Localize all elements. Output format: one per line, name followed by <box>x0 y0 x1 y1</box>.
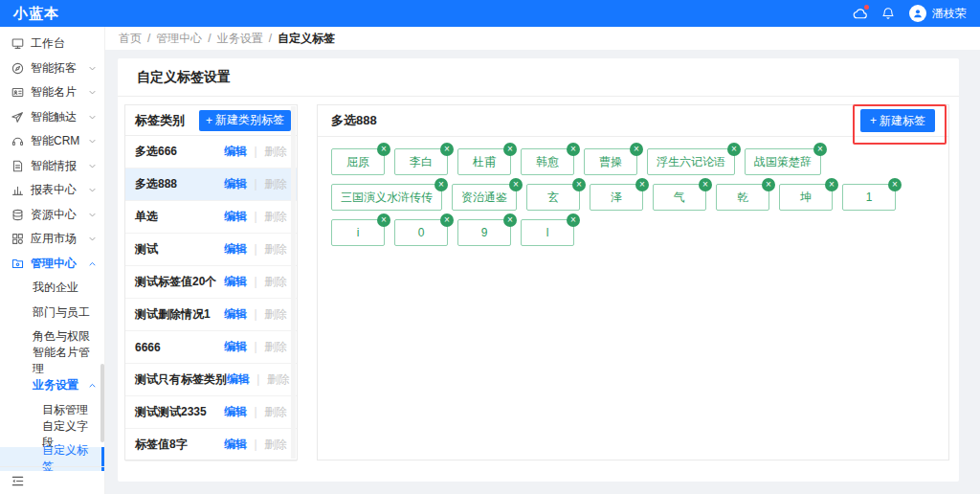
category-actions: 编辑 | 删除 <box>224 306 287 323</box>
delete-link[interactable]: 删除 <box>267 372 290 386</box>
sidebar-item-smart-crm[interactable]: 智能CRM <box>0 129 104 154</box>
edit-link[interactable]: 编辑 <box>224 210 247 223</box>
sidebar-item-smart-card-mgmt[interactable]: 智能名片管理 <box>0 349 104 374</box>
new-category-tag-button[interactable]: + 新建类别标签 <box>199 110 291 131</box>
sidebar-scrollbar[interactable] <box>100 364 104 442</box>
tag-close-icon[interactable]: × <box>377 143 390 156</box>
tag-close-icon[interactable]: × <box>503 213 517 227</box>
tag-close-icon[interactable]: × <box>888 178 902 191</box>
bar-chart-icon <box>11 184 24 196</box>
tag-close-icon[interactable]: × <box>440 143 454 156</box>
tag-chip: 泽 × <box>590 184 643 211</box>
tag-close-icon[interactable]: × <box>762 178 775 191</box>
category-panel-scrollbar[interactable] <box>291 106 296 459</box>
actions-divider: | <box>255 210 257 223</box>
category-row[interactable]: 6666 编辑 | 删除 <box>125 331 297 364</box>
delete-link[interactable]: 删除 <box>264 307 287 321</box>
category-row[interactable]: 单选 编辑 | 删除 <box>125 201 297 234</box>
category-row[interactable]: 测试 编辑 | 删除 <box>125 234 297 266</box>
tag-close-icon[interactable]: × <box>635 178 649 191</box>
tag-close-icon[interactable]: × <box>509 178 523 191</box>
breadcrumb-admin-center[interactable]: 管理中心 <box>156 31 202 47</box>
category-actions: 编辑 | 删除 <box>224 437 287 453</box>
tag-close-icon[interactable]: × <box>727 143 741 156</box>
edit-link[interactable]: 编辑 <box>224 275 247 288</box>
edit-link[interactable]: 编辑 <box>224 340 247 353</box>
edit-link[interactable]: 编辑 <box>227 372 250 386</box>
menu-fold-icon[interactable] <box>11 474 25 488</box>
bell-icon[interactable] <box>880 6 896 21</box>
sidebar-item-smart-intel[interactable]: 智能情报 <box>0 154 104 179</box>
tag-close-icon[interactable]: × <box>630 143 643 156</box>
sidebar-item-business-settings[interactable]: 业务设置 <box>0 373 104 398</box>
sidebar-item-admin-center[interactable]: 管理中心 <box>0 252 104 277</box>
category-row[interactable]: 标签值8字 编辑 | 删除 <box>125 429 297 461</box>
tag-close-icon[interactable]: × <box>825 178 838 191</box>
delete-link[interactable]: 删除 <box>264 242 287 256</box>
id-card-icon <box>11 86 24 99</box>
topbar-right: 潘枝荣 <box>852 5 967 22</box>
edit-link[interactable]: 编辑 <box>224 307 247 321</box>
sidebar-item-resource-center[interactable]: 资源中心 <box>0 203 104 228</box>
sidebar-footer <box>0 466 104 494</box>
category-name: 标签值8字 <box>135 437 188 453</box>
sidebar-item-label: 角色与权限 <box>33 328 90 345</box>
sidebar-item-workbench[interactable]: 工作台 <box>0 32 104 56</box>
delete-link[interactable]: 删除 <box>264 210 287 223</box>
category-row[interactable]: 测试删除情况1 编辑 | 删除 <box>125 299 297 331</box>
tag-label: 泽 <box>611 190 622 206</box>
tag-close-icon[interactable]: × <box>567 213 580 227</box>
delete-link[interactable]: 删除 <box>264 438 287 451</box>
edit-link[interactable]: 编辑 <box>224 177 247 191</box>
main-content: 首页 / 管理中心 / 业务设置 / 自定义标签 自定义标签设置 标签类别 + … <box>105 27 980 494</box>
category-row[interactable]: 测试标签值20个 编辑 | 删除 <box>125 266 297 299</box>
edit-link[interactable]: 编辑 <box>224 438 247 451</box>
sidebar-item-smart-card[interactable]: 智能名片 <box>0 80 104 105</box>
edit-link[interactable]: 编辑 <box>224 405 247 418</box>
sidebar-item-smart-reach[interactable]: 智能触达 <box>0 105 104 130</box>
sidebar-item-smart-prospecting[interactable]: 智能拓客 <box>0 56 104 81</box>
tag-close-icon[interactable]: × <box>440 213 454 227</box>
tag-close-icon[interactable]: × <box>813 143 827 156</box>
delete-link[interactable]: 删除 <box>264 177 287 191</box>
tag-list: 屈原 × 李白 × 杜甫 × <box>318 137 948 258</box>
tag-label: 1 <box>866 191 873 204</box>
tag-close-icon[interactable]: × <box>572 178 586 191</box>
tag-close-icon[interactable]: × <box>377 213 390 227</box>
delete-link[interactable]: 删除 <box>264 275 287 288</box>
tag-close-icon[interactable]: × <box>503 143 517 156</box>
sidebar-item-my-company[interactable]: 我的企业 <box>0 276 104 301</box>
breadcrumb-separator: / <box>147 32 150 45</box>
tag-label: 杜甫 <box>473 154 496 170</box>
delete-link[interactable]: 删除 <box>264 405 287 418</box>
tag-chip: 资治通鉴 × <box>452 184 517 211</box>
sidebar-item-label: 资源中心 <box>31 207 77 223</box>
category-row[interactable]: 测试测试2335 编辑 | 删除 <box>125 396 297 429</box>
delete-link[interactable]: 删除 <box>264 340 287 353</box>
sidebar-item-departments-staff[interactable]: 部门与员工 <box>0 301 104 326</box>
delete-link[interactable]: 删除 <box>264 145 287 158</box>
breadcrumb-home[interactable]: 首页 <box>119 31 142 47</box>
category-name: 单选 <box>135 209 158 225</box>
edit-link[interactable]: 编辑 <box>224 242 247 256</box>
cloud-sync-icon[interactable] <box>852 6 867 21</box>
new-tag-button[interactable]: + 新建标签 <box>860 109 935 132</box>
tag-close-icon[interactable]: × <box>699 178 712 191</box>
tag-close-icon[interactable]: × <box>567 143 580 156</box>
category-row[interactable]: 多选666 编辑 | 删除 <box>125 136 297 168</box>
category-list: 多选666 编辑 | 删除 多选888 编辑 | <box>125 136 297 461</box>
breadcrumb-business-settings[interactable]: 业务设置 <box>217 31 263 47</box>
category-row[interactable]: 多选888 编辑 | 删除 <box>125 168 297 201</box>
sidebar-item-app-market[interactable]: 应用市场 <box>0 227 104 252</box>
sidebar-item-label: 工作台 <box>31 35 65 52</box>
sidebar-item-report-center[interactable]: 报表中心 <box>0 178 104 203</box>
category-row[interactable]: 测试只有标签类别 编辑 | 删除 <box>125 364 297 396</box>
document-icon <box>11 160 24 172</box>
tag-label: i <box>357 226 360 239</box>
edit-link[interactable]: 编辑 <box>224 145 247 158</box>
breadcrumb-separator: / <box>208 32 211 45</box>
tag-close-icon[interactable]: × <box>434 178 448 191</box>
chevron-down-icon <box>88 235 97 243</box>
tag-chip: 气 × <box>653 184 706 211</box>
user-menu[interactable]: 潘枝荣 <box>909 5 967 22</box>
